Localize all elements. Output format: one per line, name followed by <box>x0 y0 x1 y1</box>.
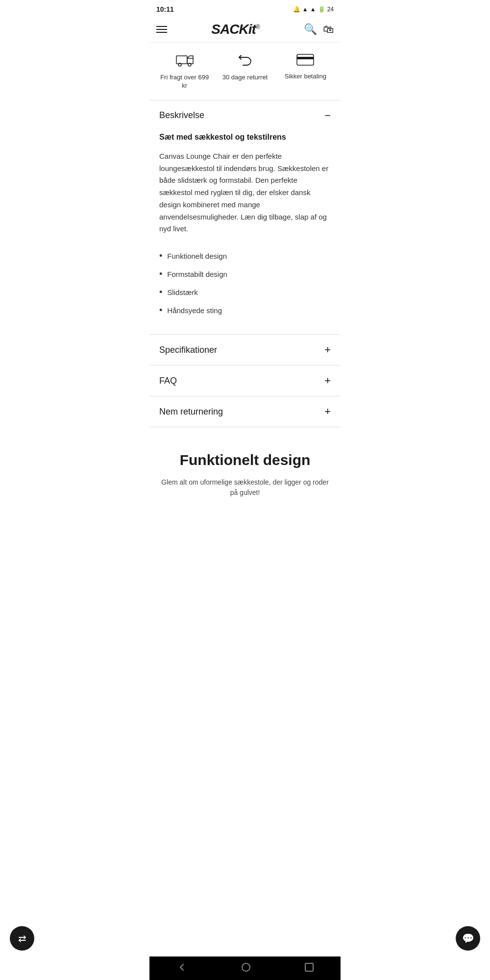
feature-payment: Sikker betaling <box>278 53 333 81</box>
notification-icon: 🔔 <box>293 6 300 13</box>
beschrivelse-header[interactable]: Beskrivelse − <box>149 100 341 131</box>
feature-return: 30 dage returret <box>218 53 272 82</box>
feature-strip: Fri fragt over 699 kr 30 dage returret S… <box>149 43 341 100</box>
beschrivelse-section: Beskrivelse − Sæt med sækkestol og tekst… <box>149 100 341 335</box>
faq-title: FAQ <box>159 376 177 386</box>
beschrivelse-subtitle: Sæt med sækkestol og tekstilrens <box>159 133 331 142</box>
battery-icon: 🔋 <box>318 6 325 13</box>
nem-returnering-header[interactable]: Nem returnering + <box>149 396 341 427</box>
signal-icon: ▲ <box>310 6 316 13</box>
specifikationer-header[interactable]: Specifikationer + <box>149 335 341 365</box>
promo-section: Funktionelt design Glem alt om uformelig… <box>149 427 341 513</box>
wifi-icon: ▲ <box>302 6 308 13</box>
hamburger-menu[interactable] <box>156 26 167 33</box>
search-icon[interactable]: 🔍 <box>304 23 317 36</box>
beschrivelse-collapse-icon: − <box>324 110 331 121</box>
status-icons: 🔔 ▲ ▲ 🔋 24 <box>293 6 334 13</box>
nav-right-icons: 🔍 🛍 <box>304 23 334 36</box>
beschrivelse-title: Beskrivelse <box>159 110 204 121</box>
nem-returnering-expand-icon: + <box>324 406 331 417</box>
bullet-item-2: Formstabilt design <box>159 265 331 283</box>
bullet-item-3: Slidstærk <box>159 283 331 301</box>
payment-label: Sikker betaling <box>285 73 326 81</box>
promo-text: Glem alt om uformelige sækkestole, der l… <box>159 477 331 498</box>
faq-expand-icon: + <box>324 375 331 386</box>
feature-shipping: Fri fragt over 699 kr <box>157 53 212 90</box>
faq-header[interactable]: FAQ + <box>149 366 341 396</box>
specifikationer-title: Specifikationer <box>159 345 217 355</box>
feature-bullet-list: Funktionelt design Formstabilt design Sl… <box>159 247 331 319</box>
svg-rect-0 <box>176 56 187 64</box>
svg-rect-3 <box>297 54 314 65</box>
return-icon <box>237 53 253 70</box>
site-logo: SACKit® <box>211 22 259 37</box>
shipping-label: Fri fragt over 699 kr <box>157 74 212 90</box>
payment-icon <box>296 53 314 69</box>
faq-section: FAQ + <box>149 366 341 396</box>
status-time: 10:11 <box>156 5 174 13</box>
status-bar: 10:11 🔔 ▲ ▲ 🔋 24 <box>149 0 341 18</box>
specifikationer-section: Specifikationer + <box>149 335 341 366</box>
promo-title: Funktionelt design <box>159 452 331 468</box>
cart-icon[interactable]: 🛍 <box>323 23 334 36</box>
specifikationer-expand-icon: + <box>324 344 331 355</box>
nem-returnering-section: Nem returnering + <box>149 396 341 427</box>
beschrivelse-body: Canvas Lounge Chair er den perfekte loun… <box>159 150 331 235</box>
nem-returnering-title: Nem returnering <box>159 407 223 417</box>
svg-rect-4 <box>297 57 314 59</box>
bullet-item-4: Håndsyede sting <box>159 301 331 319</box>
beschrivelse-content: Sæt med sækkestol og tekstilrens Canvas … <box>149 131 341 334</box>
top-nav: SACKit® 🔍 🛍 <box>149 18 341 43</box>
return-label: 30 dage returret <box>222 74 268 82</box>
bullet-item-1: Funktionelt design <box>159 247 331 265</box>
shipping-icon <box>176 53 194 70</box>
battery-percent: 24 <box>327 6 334 13</box>
